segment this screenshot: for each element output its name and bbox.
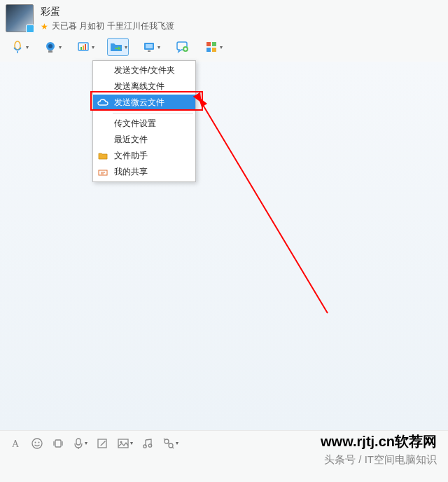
svg-rect-14 <box>212 42 216 46</box>
send-file-dropdown: 发送文件/文件夹 发送离线文件 发送微云文件 传文件设置 最近文件 文件助手 我… <box>92 60 196 182</box>
svg-point-18 <box>32 439 42 448</box>
avatar[interactable] <box>6 4 34 32</box>
microphone-icon <box>10 39 25 55</box>
menu-label: 最近文件 <box>114 134 148 146</box>
screen-share-button[interactable]: ▾ <box>74 38 96 56</box>
menu-label: 传文件设置 <box>114 118 156 130</box>
svg-rect-13 <box>206 42 211 46</box>
blank-icon <box>97 135 108 146</box>
menu-send-weiyun-file[interactable]: 发送微云文件 <box>93 95 195 111</box>
svg-line-33 <box>164 439 165 440</box>
svg-rect-4 <box>48 50 52 53</box>
apps-grid-icon <box>204 39 219 55</box>
blank-icon <box>97 65 108 76</box>
font-button[interactable]: A <box>10 437 22 450</box>
music-button[interactable] <box>141 437 154 450</box>
svg-rect-10 <box>146 44 153 48</box>
chevron-down-icon: ▾ <box>158 44 160 50</box>
nickname: 彩蛋 <box>41 6 174 18</box>
signature: 天已暮 月如初 千里江川任我飞渡 <box>52 20 174 32</box>
menu-label: 发送微云文件 <box>114 97 164 109</box>
svg-line-34 <box>172 447 174 448</box>
menu-label: 文件助手 <box>114 150 148 162</box>
top-toolbar: ▾ ▾ ▾ ▾ ▾ ▾ <box>0 35 448 62</box>
svg-rect-15 <box>206 48 211 52</box>
cloud-icon <box>97 97 108 109</box>
video-button[interactable]: ▾ <box>41 38 63 56</box>
watermark-line2: 头条号 / IT空间电脑知识 <box>324 453 437 467</box>
svg-point-3 <box>48 44 52 48</box>
vibrate-button[interactable] <box>52 437 64 450</box>
status-badge-icon <box>26 25 34 33</box>
menu-send-file-folder[interactable]: 发送文件/文件夹 <box>93 62 195 78</box>
svg-rect-7 <box>83 46 84 50</box>
apps-button[interactable]: ▾ <box>202 38 224 56</box>
voice-input-button[interactable]: ▾ <box>73 437 88 450</box>
chat-header: 彩蛋 ★ 天已暮 月如初 千里江川任我飞渡 <box>0 0 448 35</box>
chevron-down-icon: ▾ <box>92 44 94 50</box>
chevron-down-icon: ▾ <box>26 44 29 50</box>
svg-text:A: A <box>12 439 20 449</box>
svg-rect-22 <box>76 439 80 445</box>
chevron-down-icon: ▾ <box>85 440 88 446</box>
image-button[interactable]: ▾ <box>117 437 133 450</box>
chart-icon <box>76 39 91 55</box>
chevron-down-icon: ▾ <box>130 440 133 446</box>
screenshot-button[interactable]: ▾ <box>162 437 178 450</box>
svg-rect-21 <box>55 440 61 447</box>
star-icon: ★ <box>41 22 48 32</box>
svg-line-32 <box>168 443 169 444</box>
chevron-down-icon: ▾ <box>125 44 127 50</box>
watermark-line1: www.rjtj.cn软荐网 <box>321 432 437 451</box>
blank-icon <box>97 81 108 92</box>
svg-rect-16 <box>212 48 216 52</box>
menu-label: 发送离线文件 <box>114 81 164 92</box>
edit-button[interactable] <box>96 437 108 450</box>
add-chat-icon <box>174 39 190 55</box>
folder-arrow-icon <box>108 39 124 55</box>
svg-point-26 <box>120 441 122 443</box>
svg-point-20 <box>38 441 40 443</box>
create-group-button[interactable] <box>173 38 191 56</box>
chevron-down-icon: ▾ <box>220 44 223 50</box>
chevron-down-icon: ▾ <box>176 440 178 446</box>
svg-rect-6 <box>80 47 82 50</box>
chat-area <box>0 62 448 430</box>
camera-icon <box>43 39 58 55</box>
user-info: 彩蛋 ★ 天已暮 月如初 千里江川任我飞渡 <box>41 4 174 32</box>
menu-label: 我的共享 <box>114 166 148 178</box>
chevron-down-icon: ▾ <box>59 44 62 50</box>
menu-label: 发送文件/文件夹 <box>114 64 175 76</box>
folder-icon <box>97 151 108 162</box>
remote-desktop-button[interactable]: ▾ <box>140 38 162 56</box>
menu-recent-files[interactable]: 最近文件 <box>93 132 195 148</box>
share-stamp-icon <box>97 167 108 178</box>
send-file-button[interactable]: ▾ <box>107 38 129 56</box>
menu-file-assistant[interactable]: 文件助手 <box>93 148 195 164</box>
monitor-icon <box>141 39 157 55</box>
voice-button[interactable]: ▾ <box>8 38 30 56</box>
menu-separator <box>113 113 193 113</box>
emoji-button[interactable] <box>31 437 43 450</box>
menu-my-share[interactable]: 我的共享 <box>93 164 195 180</box>
svg-point-0 <box>15 41 20 50</box>
blank-icon <box>97 118 108 130</box>
menu-send-offline-file[interactable]: 发送离线文件 <box>93 78 195 95</box>
svg-rect-11 <box>148 50 150 52</box>
svg-rect-8 <box>85 44 86 50</box>
menu-file-settings[interactable]: 传文件设置 <box>93 116 195 132</box>
svg-point-19 <box>35 441 36 443</box>
